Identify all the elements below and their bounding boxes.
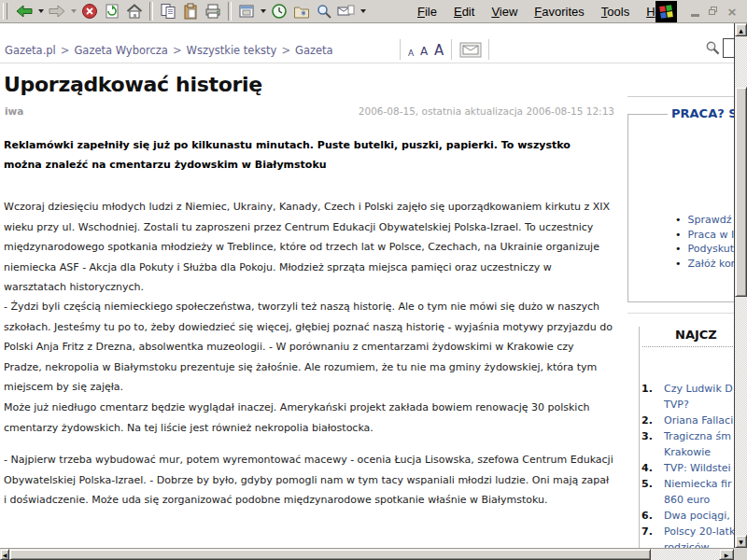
most-read-link[interactable]: Dwa pociągi, bbox=[664, 508, 734, 524]
breadcrumb-link-gazeta-wyborcza[interactable]: Gazeta Wyborcza bbox=[74, 44, 167, 57]
list-item: 2. Oriana Fallaci bbox=[641, 413, 734, 428]
article-paragraph: - Najpierw trzeba wybudować mur, potem w… bbox=[4, 450, 613, 511]
jobs-link[interactable]: Załóż kor bbox=[688, 258, 735, 270]
windows-logo-throbber bbox=[655, 1, 677, 22]
most-read-link[interactable]: Tragiczna śm bbox=[664, 428, 734, 444]
article-paragraph: Wczoraj dziesięciu młodych ludzi z Niemi… bbox=[4, 197, 613, 298]
menu-bar: File Edit View Favorites Tools Help bbox=[409, 5, 680, 19]
print-icon[interactable] bbox=[202, 1, 224, 21]
copy-icon[interactable] bbox=[157, 1, 179, 21]
mail-icon[interactable] bbox=[335, 1, 358, 21]
forward-icon[interactable] bbox=[46, 1, 68, 21]
stop-icon[interactable] bbox=[78, 1, 101, 21]
bullet-icon: • bbox=[675, 214, 682, 226]
page-viewport: Gazeta.pl>Gazeta Wyborcza>Wszystkie teks… bbox=[0, 23, 734, 548]
most-read-link[interactable]: TVP? bbox=[664, 397, 734, 413]
folder-icon[interactable] bbox=[290, 1, 313, 21]
sidebar-divider bbox=[627, 96, 734, 97]
list-item: 4. TVP: Wildstei bbox=[641, 460, 734, 476]
scroll-left-icon[interactable]: ◀ bbox=[0, 549, 9, 560]
list-item: •Sprawdź bbox=[675, 213, 734, 228]
home-icon[interactable] bbox=[123, 1, 146, 21]
menu-tools[interactable]: Tools bbox=[593, 5, 638, 19]
header-divider bbox=[0, 63, 734, 63]
fullscreen-icon[interactable] bbox=[235, 1, 258, 21]
horizontal-scrollbar[interactable]: ◀ ▶ bbox=[0, 548, 734, 560]
font-size-large-button[interactable]: A bbox=[434, 42, 444, 59]
paste-icon[interactable] bbox=[179, 1, 202, 21]
restore-button[interactable] bbox=[706, 4, 721, 19]
fullscreen-dropdown-icon[interactable] bbox=[258, 1, 268, 21]
most-read-link[interactable]: Czy Ludwik D bbox=[664, 381, 734, 397]
jobs-link[interactable]: Praca w I bbox=[688, 229, 735, 241]
list-number: 3. bbox=[641, 428, 653, 444]
scrollbar-corner bbox=[734, 548, 747, 560]
menu-favorites[interactable]: Favorites bbox=[526, 5, 592, 19]
refresh-icon[interactable] bbox=[101, 1, 123, 21]
back-dropdown-icon[interactable] bbox=[35, 1, 46, 21]
scroll-up-icon[interactable]: ▲ bbox=[735, 23, 747, 36]
mail-dropdown-icon[interactable] bbox=[358, 1, 368, 21]
forward-dropdown-icon[interactable] bbox=[68, 1, 78, 21]
list-item: •Praca w I bbox=[675, 228, 734, 243]
back-icon[interactable] bbox=[13, 1, 35, 21]
clipped-page-element bbox=[723, 38, 734, 58]
list-number: 1. bbox=[641, 381, 653, 397]
history-icon[interactable] bbox=[268, 1, 290, 21]
jobs-link[interactable]: Sprawdź bbox=[688, 214, 732, 226]
list-item: 5. Niemiecka fir 860 euro bbox=[641, 476, 734, 508]
minimize-button[interactable] bbox=[687, 4, 702, 19]
sidebar-divider bbox=[627, 313, 734, 314]
most-read-link[interactable]: rodziców bbox=[664, 539, 734, 548]
most-read-title: NAJCZ bbox=[675, 328, 717, 342]
jobs-links-list: •Sprawdź •Praca w I •Podyskut •Załóż kor bbox=[675, 213, 734, 271]
article-dateline: 2006-08-15, ostatnia aktualizacja 2006-0… bbox=[241, 105, 614, 117]
search-icon[interactable] bbox=[313, 1, 335, 21]
linkbar-divider bbox=[488, 39, 489, 60]
linkbar-divider bbox=[451, 39, 452, 60]
breadcrumb-link-gazeta[interactable]: Gazeta bbox=[295, 44, 333, 57]
most-read-link[interactable]: Polscy 20-latk bbox=[664, 524, 734, 539]
bullet-icon: • bbox=[675, 258, 682, 270]
most-read-link[interactable]: TVP: Wildstei bbox=[664, 460, 734, 476]
breadcrumb: Gazeta.pl>Gazeta Wyborcza>Wszystkie teks… bbox=[5, 44, 333, 57]
jobs-link[interactable]: Podyskut bbox=[688, 243, 735, 255]
list-number: 2. bbox=[641, 413, 653, 428]
sidebar-jobs-box: PRACA? ST •Sprawdź •Praca w I •Podyskut … bbox=[627, 114, 734, 302]
vertical-scroll-thumb[interactable] bbox=[735, 87, 747, 297]
close-button[interactable]: × bbox=[725, 4, 740, 19]
menu-edit[interactable]: Edit bbox=[445, 5, 483, 19]
scroll-right-icon[interactable]: ▶ bbox=[719, 549, 734, 560]
breadcrumb-separator: > bbox=[281, 44, 290, 57]
menu-view[interactable]: View bbox=[483, 5, 526, 19]
article-paragraph: Może już niedługo cmentarz będzie wygląd… bbox=[4, 398, 613, 438]
menu-file[interactable]: File bbox=[409, 5, 445, 19]
dotted-divider bbox=[642, 346, 734, 347]
font-size-small-button[interactable]: A bbox=[408, 49, 414, 58]
page-search-icon[interactable] bbox=[705, 40, 720, 60]
toolbar-grip[interactable] bbox=[3, 3, 7, 20]
font-size-medium-button[interactable]: A bbox=[420, 45, 428, 58]
breadcrumb-link-gazeta-pl[interactable]: Gazeta.pl bbox=[5, 44, 56, 57]
jobs-box-title: PRACA? ST bbox=[668, 106, 734, 120]
most-read-link[interactable]: Krakowie bbox=[664, 444, 734, 460]
list-item: 7. Polscy 20-latk rodziców bbox=[641, 524, 734, 548]
most-read-link[interactable]: Niemiecka fir bbox=[664, 476, 734, 492]
most-read-list: 1. Czy Ludwik D TVP? 2. Oriana Fallaci 3… bbox=[641, 381, 734, 548]
article-paragraph: - Żydzi byli częścią niemieckiego społec… bbox=[4, 297, 613, 398]
sidebar-most-read-box: NAJCZ 1. Czy Ludwik D TVP? 2. Oriana Fal… bbox=[639, 327, 734, 548]
email-article-icon[interactable] bbox=[459, 42, 482, 62]
scroll-down-icon[interactable]: ▼ bbox=[735, 535, 747, 548]
article-lead: Reklamówki zapełniły się już po kilkunas… bbox=[4, 135, 611, 175]
browser-window: File Edit View Favorites Tools Help × Ga… bbox=[0, 0, 747, 560]
list-number: 5. bbox=[641, 476, 653, 492]
breadcrumb-separator: > bbox=[61, 44, 70, 57]
most-read-link[interactable]: Oriana Fallaci bbox=[664, 413, 734, 428]
linkbar-divider bbox=[400, 39, 401, 60]
article-author: iwa bbox=[5, 105, 23, 117]
horizontal-scroll-thumb[interactable] bbox=[9, 549, 651, 560]
vertical-scrollbar[interactable]: ▲ ▼ bbox=[734, 23, 747, 548]
breadcrumb-link-wszystkie-teksty[interactable]: Wszystkie teksty bbox=[187, 44, 277, 57]
most-read-link[interactable]: 860 euro bbox=[664, 492, 734, 508]
list-item: •Załóż kor bbox=[675, 257, 734, 272]
